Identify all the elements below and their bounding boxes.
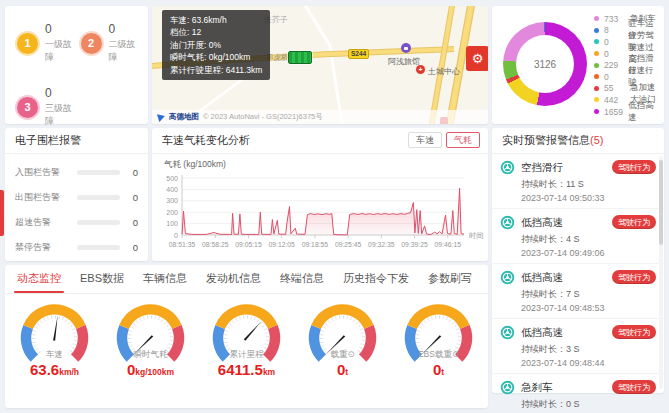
gauge-label: EBS载重⊙: [391, 349, 486, 361]
map-panel[interactable]: 去芥子 串虎桥 S244 阿浅旅馆 + 土城中心 车速: 63.6km/h档位:…: [152, 6, 488, 124]
alert-item[interactable]: 低挡高速 驾驶行为 持续时长：7 S 2023-07-14 09:48:53: [492, 264, 664, 319]
alert-item[interactable]: 低挡高速 驾驶行为 持续时长：4 S 2023-07-14 09:49:06: [492, 209, 664, 264]
fence-value: 0: [126, 192, 138, 203]
realtime-alerts-panel: 实时预警报警信息(5) 空挡滑行: [492, 128, 664, 393]
svg-text:09:32:35: 09:32:35: [368, 241, 395, 248]
gauge: EBS载重⊙ 0t: [391, 298, 486, 406]
detail-tab[interactable]: EBS数据: [80, 271, 124, 293]
gauge: 车速 63.6km/h: [7, 298, 102, 406]
detail-tab[interactable]: 动态监控: [17, 271, 61, 293]
alert-type-badge: 驾驶行为: [612, 380, 656, 394]
amap-logo-text: 高德地图: [169, 112, 199, 122]
alert-timestamp: 2023-07-14 09:48:53: [521, 303, 656, 313]
legend-value: 0: [604, 72, 628, 82]
vehicle-marker[interactable]: [288, 51, 312, 64]
gauge-label: 车速: [7, 349, 102, 361]
legend-value: 442: [604, 95, 630, 105]
alert-type-badge: 驾驶行为: [612, 270, 656, 284]
fence-row: 出围栏告警 0: [15, 185, 138, 210]
legend-row[interactable]: 55 急加速: [594, 83, 660, 95]
behavior-donut-panel: 3126 733 急刹车 8 驻车运行 0 疲劳驾驶: [492, 6, 664, 124]
gauge-label: 累计里程: [199, 349, 294, 361]
alert-timestamp: 2023-07-14 09:50:33: [521, 193, 656, 203]
alert-duration: 11 S: [566, 179, 584, 189]
scrollbar-thumb[interactable]: [659, 160, 663, 245]
legend-dot: [594, 51, 599, 56]
alert-type-badge: 驾驶行为: [612, 160, 656, 174]
fault-count: 0: [45, 86, 79, 100]
legend-value: 8: [604, 25, 628, 35]
alert-type-badge: 驾驶行为: [612, 215, 656, 229]
alert-duration: 4 S: [566, 234, 580, 244]
fence-rows: 入围栏告警 0 出围栏告警 0 超速告警 0 禁停告警: [5, 154, 148, 260]
alert-title: 低挡高速: [521, 271, 563, 285]
detail-tab[interactable]: 历史指令下发: [343, 271, 409, 293]
alert-item[interactable]: 空挡滑行 驾驶行为 持续时长：11 S 2023-07-14 09:50:33: [492, 154, 664, 209]
gauge-row: 车速 63.6km/h 瞬时气耗 0kg/100km: [5, 294, 488, 406]
alert-item[interactable]: 低挡高速 驾驶行为 持续时长：3 S 2023-07-14 09:48:44: [492, 319, 664, 374]
gas-consumption-chart[interactable]: 010020030040050008:51:3508:58:2509:05:15…: [152, 171, 488, 259]
gauge: 瞬时气耗 0kg/100km: [103, 298, 198, 406]
behavior-donut-chart[interactable]: 3126: [503, 22, 587, 106]
detail-tab[interactable]: 车辆信息: [143, 271, 187, 293]
detail-tab[interactable]: 发动机信息: [206, 271, 261, 293]
alert-timestamp: 2023-07-14 09:48:44: [521, 358, 656, 368]
fence-progress-bar: [77, 220, 120, 225]
steering-wheel-icon: [500, 270, 515, 285]
fault-count: 0: [109, 22, 143, 36]
tooltip-line: 油门开度: 0%: [170, 39, 262, 51]
steering-wheel-icon: [500, 325, 515, 340]
alerts-scrollbar[interactable]: [659, 156, 663, 389]
fence-label: 出围栏告警: [15, 191, 71, 204]
vehicle-detail-panel: 动态监控 EBS数据 车辆信息 发动机信息 终端信息 历史指令下发 参数刷写: [5, 265, 488, 408]
map-attribution: 高德地图 © 2023 AutoNavi - GS(2021)6375号: [152, 110, 488, 124]
map-hotel-label: 阿浅旅馆: [388, 56, 420, 67]
gauge-unit: km/h: [59, 367, 79, 377]
gas-toggle-button[interactable]: 气耗: [446, 132, 480, 148]
svg-text:09:39:25: 09:39:25: [401, 241, 428, 248]
fence-alarm-panel: 电子围栏报警 入围栏告警 0 出围栏告警 0 超速告警 0: [5, 128, 148, 261]
fence-progress-bar: [77, 195, 120, 200]
legend-dot: [594, 97, 599, 102]
alert-duration: 7 S: [566, 289, 580, 299]
fault-count: 0: [45, 22, 79, 36]
vehicle-tooltip: 车速: 63.6km/h档位: 12油门开度: 0%瞬时气耗: 0kg/100k…: [162, 10, 270, 80]
fence-value: 0: [126, 217, 138, 228]
donut-legend: 733 急刹车 8 驻车运行 0 疲劳驾驶 0: [594, 13, 660, 117]
gas-chart-panel: 车速气耗变化分析 车速 气耗 气耗 (kg/100km) 01002003004…: [152, 128, 488, 261]
alerts-list: 空挡滑行 驾驶行为 持续时长：11 S 2023-07-14 09:50:33: [492, 154, 664, 413]
alert-title: 低挡高速: [521, 326, 563, 340]
legend-row[interactable]: 1659 低挡高速: [594, 106, 660, 118]
gauge-needle: [244, 320, 263, 341]
left-edge-handle[interactable]: [0, 190, 4, 236]
fence-label: 入围栏告警: [15, 166, 71, 179]
map-settings-button[interactable]: ⚙: [466, 46, 488, 71]
fault-item: 3 0 三级故障: [15, 86, 79, 128]
vehicle-dashboard: 1 0 一级故障 2 0 二级故障 3: [0, 0, 669, 413]
svg-text:100: 100: [166, 220, 178, 227]
gauge-value: 63.6km/h: [7, 361, 102, 378]
detail-tab[interactable]: 参数刷写: [428, 271, 472, 293]
gauge-needle: [53, 315, 59, 341]
fault-level-icon: 3: [15, 95, 40, 120]
legend-row[interactable]: 0 超速行驶: [594, 71, 660, 83]
alert-item[interactable]: 急刹车 驾驶行为 持续时长：0 S 2023-07-14 09:48:38: [492, 374, 664, 413]
gauge: 载重⊙ 0t: [295, 298, 390, 406]
amap-logo-icon: [157, 112, 166, 122]
svg-text:400: 400: [166, 186, 178, 193]
legend-value: 229: [604, 60, 628, 70]
legend-dot: [594, 86, 599, 91]
gauge-unit: kg/100km: [135, 367, 174, 377]
svg-text:09:46:15: 09:46:15: [435, 241, 462, 248]
steering-wheel-icon: [500, 215, 515, 230]
gauge-unit: t: [441, 367, 444, 377]
legend-label: 低挡高速: [628, 100, 660, 124]
svg-text:200: 200: [166, 209, 178, 216]
alerts-panel-title: 实时预警报警信息(5): [492, 128, 664, 154]
speed-toggle-button[interactable]: 车速: [408, 132, 442, 148]
legend-dot: [594, 109, 599, 114]
fence-progress-bar: [77, 170, 120, 175]
detail-tab[interactable]: 终端信息: [280, 271, 324, 293]
fence-label: 禁停告警: [15, 241, 71, 254]
fault-label: 三级故障: [45, 102, 79, 128]
